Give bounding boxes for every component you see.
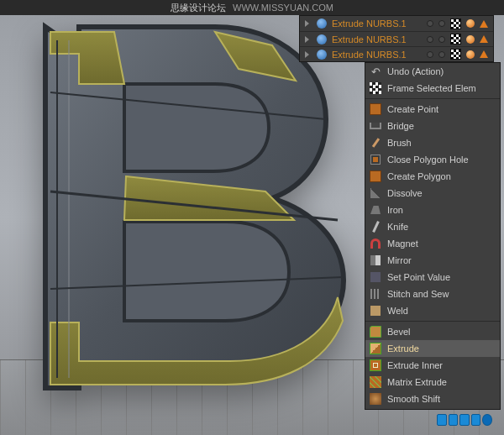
- menu-item-undo[interactable]: ↶ Undo (Action): [365, 63, 500, 80]
- menu-item-bridge[interactable]: Bridge: [365, 118, 500, 134]
- close-poly-icon: [370, 155, 381, 165]
- expand-icon[interactable]: [305, 36, 312, 43]
- menu-item-dissolve[interactable]: Dissolve: [365, 185, 500, 202]
- phong-tag-icon[interactable]: [480, 20, 488, 28]
- extrude-inner-icon: [370, 359, 381, 371]
- vis-editor-dot-icon[interactable]: [427, 36, 433, 43]
- dissolve-icon: [370, 188, 381, 198]
- material-tag-icon[interactable]: [466, 35, 475, 44]
- menu-label: Extrude: [387, 343, 419, 354]
- phong-tag-icon[interactable]: [480, 50, 488, 58]
- menu-label: Knife: [387, 222, 408, 232]
- expand-icon[interactable]: [305, 51, 312, 58]
- menu-item-extrude[interactable]: Extrude: [365, 340, 500, 357]
- vis-render-dot-icon[interactable]: [438, 20, 445, 27]
- set-point-icon: [370, 272, 381, 282]
- letter-b-model[interactable]: [20, 12, 360, 406]
- magnet-icon: [370, 238, 381, 249]
- undo-icon: ↶: [369, 65, 382, 78]
- menu-item-create-polygon[interactable]: Create Polygon: [365, 168, 500, 185]
- menu-item-brush[interactable]: Brush: [365, 134, 500, 151]
- menu-label: Extrude Inner: [387, 360, 443, 370]
- material-tag-icon[interactable]: [466, 19, 475, 28]
- matrix-extrude-icon: [370, 376, 381, 388]
- menu-item-weld[interactable]: Weld: [365, 302, 500, 319]
- brush-icon: [371, 138, 379, 148]
- extrude-nurbs-icon: [317, 18, 327, 29]
- object-tags[interactable]: [427, 49, 493, 60]
- menu-label: Dissolve: [387, 188, 423, 198]
- bevel-icon: [370, 326, 381, 338]
- menu-separator: [365, 321, 500, 322]
- extrude-icon: [370, 343, 381, 354]
- texture-tag-icon[interactable]: [450, 34, 461, 45]
- vis-editor-dot-icon[interactable]: [427, 51, 433, 58]
- bridge-icon: [370, 123, 381, 129]
- menu-label: Magnet: [387, 238, 418, 249]
- expand-icon[interactable]: [305, 20, 312, 27]
- vis-render-dot-icon[interactable]: [438, 36, 445, 43]
- create-poly-icon: [370, 170, 381, 182]
- frame-icon: [370, 82, 381, 94]
- menu-label: Undo (Action): [387, 66, 444, 76]
- watermark-badge: [437, 411, 492, 428]
- menu-label: Close Polygon Hole: [387, 155, 469, 165]
- stitch-icon: [370, 289, 381, 299]
- object-row[interactable]: Extrude NURBS.1: [300, 16, 493, 31]
- create-point-icon: [370, 103, 381, 115]
- object-row[interactable]: Extrude NURBS.1: [300, 31, 493, 46]
- menu-item-close-polygon-hole[interactable]: Close Polygon Hole: [365, 151, 500, 168]
- smooth-shift-icon: [370, 393, 381, 405]
- menu-item-create-point[interactable]: Create Point: [365, 101, 500, 118]
- header-title: 思缘设计论坛: [171, 2, 226, 14]
- iron-icon: [370, 206, 381, 214]
- menu-item-stitch-and-sew[interactable]: Stitch and Sew: [365, 286, 500, 302]
- material-tag-icon[interactable]: [466, 50, 475, 59]
- context-menu[interactable]: ↶ Undo (Action) Frame Selected Elem Crea…: [365, 62, 501, 410]
- extrude-nurbs-icon: [317, 34, 327, 45]
- vis-render-dot-icon[interactable]: [438, 51, 445, 58]
- menu-label: Matrix Extrude: [387, 377, 447, 387]
- menu-label: Frame Selected Elem: [387, 83, 476, 93]
- object-label: Extrude NURBS.1: [332, 18, 422, 29]
- extrude-nurbs-icon: [317, 50, 327, 60]
- mirror-icon: [370, 255, 381, 265]
- object-tags[interactable]: [427, 34, 493, 45]
- object-manager[interactable]: Extrude NURBS.1 Extrude NURBS.1 Extrude …: [299, 15, 494, 62]
- menu-item-magnet[interactable]: Magnet: [365, 235, 500, 252]
- object-tags[interactable]: [427, 18, 493, 29]
- menu-item-knife[interactable]: Knife: [365, 218, 500, 235]
- menu-label: Smooth Shift: [387, 394, 440, 404]
- menu-item-extrude-inner[interactable]: Extrude Inner: [365, 357, 500, 374]
- menu-item-smooth-shift[interactable]: Smooth Shift: [365, 390, 500, 407]
- object-label: Extrude NURBS.1: [332, 50, 422, 60]
- menu-label: Set Point Value: [387, 272, 450, 282]
- object-row[interactable]: Extrude NURBS.1: [300, 46, 493, 61]
- menu-label: Bevel: [387, 327, 411, 337]
- menu-label: Stitch and Sew: [387, 289, 449, 299]
- texture-tag-icon[interactable]: [450, 49, 461, 60]
- menu-label: Create Polygon: [387, 171, 451, 181]
- menu-separator: [365, 98, 500, 99]
- menu-item-frame-selected[interactable]: Frame Selected Elem: [365, 80, 500, 97]
- menu-label: Weld: [387, 306, 408, 316]
- page-header: 思缘设计论坛 WWW.MISSYUAN.COM: [0, 0, 504, 15]
- menu-label: Brush: [387, 138, 412, 148]
- menu-label: Bridge: [387, 121, 414, 131]
- menu-item-mirror[interactable]: Mirror: [365, 252, 500, 269]
- menu-label: Iron: [387, 205, 403, 215]
- object-label: Extrude NURBS.1: [332, 34, 422, 45]
- vis-editor-dot-icon[interactable]: [427, 20, 433, 27]
- menu-item-matrix-extrude[interactable]: Matrix Extrude: [365, 374, 500, 390]
- menu-label: Mirror: [387, 255, 412, 265]
- phong-tag-icon[interactable]: [480, 35, 488, 43]
- texture-tag-icon[interactable]: [450, 18, 461, 29]
- weld-icon: [370, 306, 381, 316]
- menu-item-set-point-value[interactable]: Set Point Value: [365, 269, 500, 286]
- menu-item-bevel[interactable]: Bevel: [365, 323, 500, 340]
- header-site: WWW.MISSYUAN.COM: [233, 3, 333, 13]
- knife-icon: [372, 221, 380, 233]
- menu-item-iron[interactable]: Iron: [365, 202, 500, 218]
- menu-label: Create Point: [387, 104, 438, 114]
